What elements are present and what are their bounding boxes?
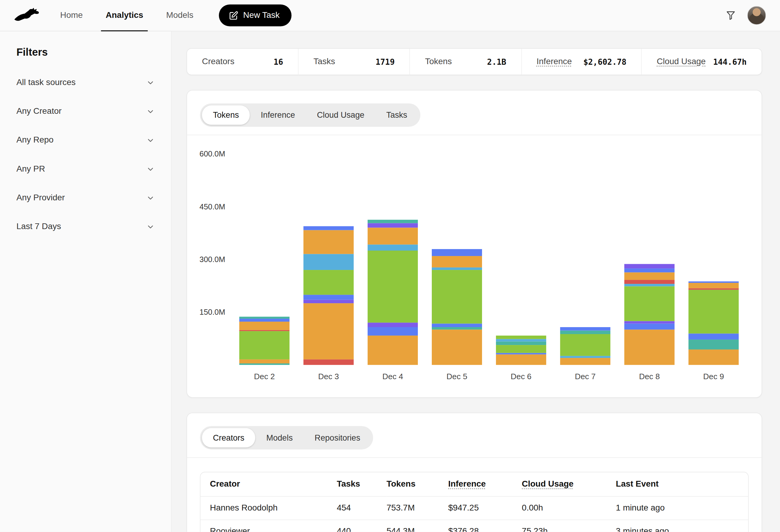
bar-segment-green[interactable] (303, 270, 354, 295)
nav-item-home[interactable]: Home (49, 0, 94, 31)
bar-segment-green[interactable] (689, 289, 739, 333)
breakdown-tab-creators[interactable]: Creators (202, 428, 255, 447)
new-task-button[interactable]: New Task (218, 5, 291, 26)
bar-segment-green[interactable] (624, 286, 675, 321)
bar-segment-green[interactable] (496, 345, 546, 353)
col-header-label: Tokens (386, 479, 416, 489)
bar-segment-blue[interactable] (432, 249, 482, 256)
bar-dec-4[interactable] (368, 219, 418, 365)
filter-funnel-icon[interactable] (725, 10, 736, 21)
bar-segment-red[interactable] (624, 280, 675, 284)
topbar-right (725, 0, 766, 31)
kangaroo-logo[interactable] (14, 7, 41, 24)
bar-segment-green[interactable] (368, 250, 418, 322)
bar-segment-teal[interactable] (560, 331, 611, 334)
table-row[interactable]: Rooviewer440544.3M$376.2875.23h3 minutes… (200, 520, 748, 532)
bar-dec-8[interactable] (624, 264, 675, 365)
bar-segment-green[interactable] (496, 336, 546, 339)
bar-segment-blue[interactable] (624, 324, 675, 330)
filter-all-task-sources[interactable]: All task sources (16, 68, 155, 97)
filter-label: Last 7 Days (16, 222, 61, 232)
bar-segment-orange[interactable] (303, 303, 354, 360)
bar-segment-sky[interactable] (624, 284, 675, 286)
bar-segment-green[interactable] (432, 270, 482, 324)
cell-inference: $376.28 (448, 520, 522, 532)
table-row[interactable]: Hannes Roodolph454753.7M$947.250.00h1 mi… (200, 496, 748, 520)
bar-segment-blue[interactable] (689, 334, 739, 340)
bar-segment-purple[interactable] (624, 264, 675, 268)
bar-segment-orange[interactable] (368, 336, 418, 365)
col-header-label[interactable]: Cloud Usage (522, 479, 574, 489)
bar-segment-blue[interactable] (624, 268, 675, 273)
chart-tab-inference[interactable]: Inference (250, 105, 306, 125)
bar-segment-blue[interactable] (303, 226, 354, 230)
bar-segment-green[interactable] (239, 331, 289, 359)
bar-segment-teal[interactable] (496, 342, 546, 345)
cell-tokens: 544.3M (386, 520, 448, 532)
avatar[interactable] (747, 6, 766, 25)
bar-dec-9[interactable] (689, 281, 739, 365)
bar-segment-teal[interactable] (239, 363, 289, 365)
chart-tab-cloud-usage[interactable]: Cloud Usage (306, 105, 375, 125)
bar-segment-blue[interactable] (368, 327, 418, 336)
bar-segment-purple[interactable] (303, 300, 354, 303)
bar-segment-teal[interactable] (239, 317, 289, 319)
stat-value: 144.67h (713, 57, 747, 66)
cell-tasks: 440 (337, 520, 386, 532)
bar-segment-sky[interactable] (303, 254, 354, 270)
bar-segment-orange[interactable] (496, 354, 546, 365)
bar-segment-blue[interactable] (303, 295, 354, 300)
filter-any-provider[interactable]: Any Provider (16, 183, 155, 212)
bar-segment-teal[interactable] (368, 219, 418, 223)
breakdown-tab-repositories[interactable]: Repositories (304, 428, 371, 447)
bar-dec-2[interactable] (239, 317, 289, 365)
bar-segment-red[interactable] (303, 359, 354, 365)
filter-any-pr[interactable]: Any PR (16, 155, 155, 183)
nav-item-models[interactable]: Models (155, 0, 205, 31)
bar-segment-orange[interactable] (239, 322, 289, 330)
bar-segment-teal[interactable] (432, 327, 482, 330)
bar-segment-orange[interactable] (624, 330, 675, 365)
bar-dec-5[interactable] (432, 249, 482, 365)
col-header-inference: Inference (448, 472, 522, 496)
chart-tab-tokens[interactable]: Tokens (202, 105, 250, 125)
bar-segment-sky[interactable] (432, 267, 482, 270)
filter-label: Any Creator (16, 107, 61, 116)
bar-segment-blue[interactable] (432, 324, 482, 327)
filter-any-creator[interactable]: Any Creator (16, 97, 155, 125)
bar-segment-sky[interactable] (368, 245, 418, 251)
bar-segment-purple[interactable] (368, 322, 418, 327)
bar-segment-orange[interactable] (303, 230, 354, 254)
bar-dec-7[interactable] (560, 327, 611, 365)
bar-dec-6[interactable] (496, 336, 546, 365)
breakdown-tab-models[interactable]: Models (255, 428, 304, 447)
stat-label[interactable]: Cloud Usage (657, 57, 705, 66)
filter-last-7-days[interactable]: Last 7 Days (16, 212, 155, 241)
chevron-down-icon (146, 194, 155, 202)
bar-segment-sky[interactable] (496, 339, 546, 342)
bar-segment-orange[interactable] (432, 256, 482, 267)
stat-label[interactable]: Inference (537, 57, 572, 66)
bar-segment-orange[interactable] (689, 350, 739, 365)
stat-tasks: Tasks 1719 (299, 49, 410, 74)
bars-group (239, 135, 738, 365)
bar-segment-orange[interactable] (689, 283, 739, 288)
bar-segment-orange[interactable] (560, 358, 611, 365)
col-header-label[interactable]: Inference (448, 479, 486, 489)
bar-segment-orange[interactable] (368, 228, 418, 245)
bar-segment-green[interactable] (560, 334, 611, 356)
bar-segment-blue[interactable] (560, 327, 611, 331)
bar-segment-sky[interactable] (560, 356, 611, 358)
bar-segment-orange[interactable] (239, 359, 289, 363)
bar-segment-orange[interactable] (624, 273, 675, 280)
nav-item-analytics[interactable]: Analytics (94, 0, 155, 31)
bar-segment-blue[interactable] (239, 319, 289, 322)
bar-segment-teal[interactable] (689, 339, 739, 349)
bar-dec-3[interactable] (303, 226, 354, 365)
col-header-tokens: Tokens (386, 472, 448, 496)
bar-segment-orange[interactable] (432, 330, 482, 365)
bar-segment-purple[interactable] (368, 223, 418, 228)
bar-segment-purple[interactable] (624, 321, 675, 324)
filter-any-repo[interactable]: Any Repo (16, 126, 155, 155)
chart-tab-tasks[interactable]: Tasks (375, 105, 418, 125)
